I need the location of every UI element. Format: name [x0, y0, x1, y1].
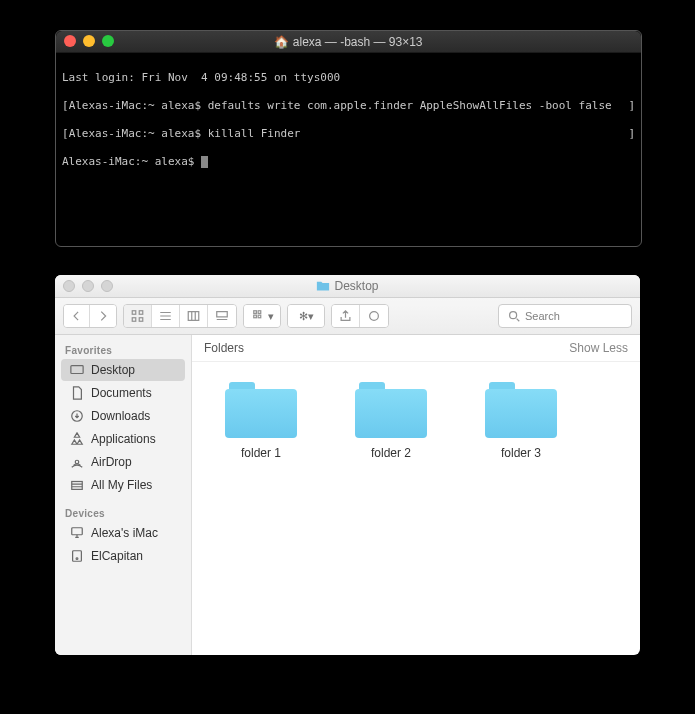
- svg-point-16: [370, 312, 379, 321]
- imac-icon: [69, 525, 85, 541]
- finder-toolbar: ▾ ✻▾: [55, 298, 640, 335]
- sidebar-item-label: Applications: [91, 432, 156, 446]
- finder-titlebar: Desktop: [55, 275, 640, 298]
- home-icon: 🏠: [274, 35, 289, 49]
- svg-rect-19: [71, 366, 83, 374]
- folder-icon: [316, 279, 330, 293]
- svg-rect-25: [72, 528, 83, 535]
- tags-button[interactable]: [360, 305, 388, 327]
- documents-icon: [69, 385, 85, 401]
- zoom-button[interactable]: [101, 280, 113, 292]
- view-icon-button[interactable]: [124, 305, 152, 327]
- allmyfiles-icon: [69, 477, 85, 493]
- folder-icon: [225, 382, 297, 438]
- terminal-line: [Alexas-iMac:~ alexa$ defaults write com…: [62, 99, 635, 113]
- close-button[interactable]: [63, 280, 75, 292]
- downloads-icon: [69, 408, 85, 424]
- finder-sidebar: Favorites Desktop Documents Downloads Ap…: [55, 335, 192, 655]
- terminal-title: alexa — -bash — 93×13: [293, 35, 423, 49]
- sidebar-item-downloads[interactable]: Downloads: [61, 405, 185, 427]
- folder-label: folder 2: [371, 446, 411, 460]
- svg-rect-10: [217, 312, 228, 317]
- sidebar-item-desktop[interactable]: Desktop: [61, 359, 185, 381]
- folder-item[interactable]: folder 1: [216, 382, 306, 460]
- sidebar-item-label: Documents: [91, 386, 152, 400]
- view-list-button[interactable]: [152, 305, 180, 327]
- terminal-line: [Alexas-iMac:~ alexa$ killall Finder]: [62, 127, 635, 141]
- svg-rect-1: [139, 311, 143, 315]
- svg-rect-2: [132, 318, 136, 322]
- terminal-titlebar: 🏠 alexa — -bash — 93×13: [56, 31, 641, 53]
- search-input[interactable]: [523, 309, 607, 323]
- folder-label: folder 1: [241, 446, 281, 460]
- back-button[interactable]: [64, 305, 90, 327]
- gear-icon: ✻: [299, 310, 308, 323]
- svg-point-27: [76, 558, 78, 560]
- folder-label: folder 3: [501, 446, 541, 460]
- svg-rect-7: [188, 312, 199, 321]
- svg-point-17: [510, 312, 517, 319]
- sidebar-item-allmyfiles[interactable]: All My Files: [61, 474, 185, 496]
- cursor: [201, 156, 208, 168]
- sidebar-item-applications[interactable]: Applications: [61, 428, 185, 450]
- folder-item[interactable]: folder 2: [346, 382, 436, 460]
- svg-rect-3: [139, 318, 143, 322]
- show-less-link[interactable]: Show Less: [569, 341, 628, 355]
- sidebar-item-label: Alexa's iMac: [91, 526, 158, 540]
- terminal-line: Last login: Fri Nov 4 09:48:55 on ttys00…: [62, 71, 635, 85]
- svg-point-21: [75, 460, 79, 464]
- airdrop-icon: [69, 454, 85, 470]
- view-coverflow-button[interactable]: [208, 305, 236, 327]
- svg-rect-0: [132, 311, 136, 315]
- section-label: Folders: [204, 341, 244, 355]
- zoom-button[interactable]: [102, 35, 114, 47]
- terminal-content[interactable]: Last login: Fri Nov 4 09:48:55 on ttys00…: [56, 53, 641, 201]
- search-icon: [505, 309, 523, 323]
- sidebar-item-airdrop[interactable]: AirDrop: [61, 451, 185, 473]
- folder-icon: [485, 382, 557, 438]
- disk-icon: [69, 548, 85, 564]
- finder-window: Desktop ▾ ✻▾: [55, 275, 640, 655]
- sidebar-header-devices: Devices: [55, 504, 191, 521]
- finder-content: Folders Show Less folder 1 folder 2 fold…: [192, 335, 640, 655]
- close-button[interactable]: [64, 35, 76, 47]
- arrange-button[interactable]: ▾: [244, 305, 280, 327]
- sidebar-item-label: AirDrop: [91, 455, 132, 469]
- terminal-line: Alexas-iMac:~ alexa$: [62, 155, 635, 169]
- svg-rect-14: [254, 315, 257, 318]
- sidebar-item-imac[interactable]: Alexa's iMac: [61, 522, 185, 544]
- view-column-button[interactable]: [180, 305, 208, 327]
- svg-rect-12: [254, 311, 257, 314]
- minimize-button[interactable]: [83, 35, 95, 47]
- sidebar-header-favorites: Favorites: [55, 341, 191, 358]
- sidebar-item-documents[interactable]: Documents: [61, 382, 185, 404]
- folder-icon: [355, 382, 427, 438]
- share-button[interactable]: [332, 305, 360, 327]
- sidebar-item-elcapitan[interactable]: ElCapitan: [61, 545, 185, 567]
- svg-line-18: [517, 319, 520, 322]
- search-field[interactable]: [498, 304, 632, 328]
- sidebar-item-label: Desktop: [91, 363, 135, 377]
- sidebar-item-label: All My Files: [91, 478, 152, 492]
- forward-button[interactable]: [90, 305, 116, 327]
- desktop-icon: [69, 362, 85, 378]
- folder-item[interactable]: folder 3: [476, 382, 566, 460]
- terminal-window: 🏠 alexa — -bash — 93×13 Last login: Fri …: [55, 30, 642, 247]
- applications-icon: [69, 431, 85, 447]
- sidebar-item-label: ElCapitan: [91, 549, 143, 563]
- sidebar-item-label: Downloads: [91, 409, 150, 423]
- action-button[interactable]: ✻▾: [288, 305, 324, 327]
- finder-title: Desktop: [334, 279, 378, 293]
- svg-rect-13: [258, 311, 261, 314]
- svg-rect-15: [258, 315, 261, 318]
- minimize-button[interactable]: [82, 280, 94, 292]
- svg-rect-22: [72, 482, 83, 490]
